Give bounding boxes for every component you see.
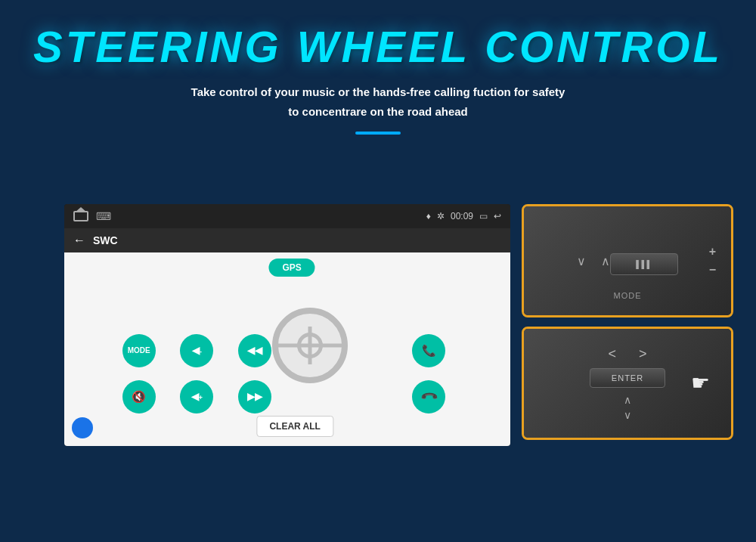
wheel-rim — [272, 308, 348, 383]
car-btn-group-top: ▌▌▌ — [610, 253, 678, 275]
mute-button[interactable]: 🔇 — [122, 380, 156, 413]
cursor-icon: ☛ — [691, 370, 710, 395]
vol-up-button[interactable]: ◀+ — [180, 380, 213, 413]
car-panel-top: ∨ ∧ ▌▌▌ + − MODE — [524, 206, 731, 315]
gps-status-icon: ♦ — [426, 211, 431, 221]
plus-icon: + — [709, 245, 716, 259]
phone-answer-button[interactable]: 📞 — [412, 334, 445, 367]
clear-all-button[interactable]: CLEAR ALL — [256, 416, 333, 437]
vol-down-button[interactable]: ◀- — [180, 334, 213, 367]
back-button[interactable]: ← — [73, 234, 85, 247]
photo-panel-top: ∨ ∧ ▌▌▌ + − MODE — [522, 204, 733, 317]
nav-left-icon: < — [608, 346, 616, 362]
swc-content: GPS MODE ◀- ◀◀ 📞 🔇 ◀+ ▶▶ — [64, 252, 510, 446]
nav-right-icon: > — [639, 346, 647, 362]
back-icon: ↩ — [494, 211, 501, 221]
car-nav-group: < > ENTER ∧ ∨ — [590, 346, 665, 421]
mode-button[interactable]: MODE — [122, 334, 156, 367]
blue-indicator — [72, 417, 93, 438]
minus-icon: − — [709, 263, 716, 277]
subtitle: Take control of your music or the hands-… — [0, 82, 756, 121]
photo-panel-bottom: < > ENTER ∧ ∨ ☛ — [522, 327, 733, 440]
status-left: ⌨ — [73, 210, 111, 222]
home-icon — [73, 211, 88, 221]
gps-button[interactable]: GPS — [268, 259, 314, 277]
nav-title: SWC — [93, 234, 118, 246]
main-title: STEERING WHEEL CONTROL — [0, 21, 756, 72]
android-screen: ⌨ ♦ ✲ 00:09 ▭ ↩ ← SWC GPS MODE ◀- — [64, 204, 510, 446]
phone-end-button[interactable]: 📞 — [412, 380, 445, 413]
bar-icon: ▌▌▌ — [636, 260, 652, 268]
prev-button[interactable]: ◀◀ — [238, 334, 271, 367]
car-top-arrows: ∨ ∧ — [577, 254, 610, 268]
nav-down-icon: ∨ — [624, 409, 631, 421]
bluetooth-icon: ✲ — [437, 211, 445, 221]
next-button[interactable]: ▶▶ — [238, 380, 271, 413]
car-up-down: ∧ ∨ — [624, 394, 631, 421]
arrow-down-icon: ∨ — [577, 254, 586, 268]
car-plus-minus: + − — [709, 245, 716, 277]
usb-icon: ⌨ — [96, 210, 111, 222]
header-section: STEERING WHEEL CONTROL Take control of y… — [0, 0, 756, 135]
divider — [355, 132, 401, 135]
car-nav-arrows: < > — [608, 346, 646, 362]
car-display-btn: ▌▌▌ — [610, 253, 678, 275]
steering-wheel-graphic — [272, 308, 348, 383]
nav-up-icon: ∧ — [624, 394, 631, 406]
clock: 00:09 — [451, 211, 473, 221]
arrow-up-icon: ∧ — [601, 254, 610, 268]
car-panel-bottom: < > ENTER ∧ ∨ ☛ — [524, 329, 731, 438]
battery-icon: ▭ — [479, 211, 488, 221]
status-right: ♦ ✲ 00:09 ▭ ↩ — [426, 211, 501, 221]
enter-button: ENTER — [590, 368, 665, 388]
nav-bar: ← SWC — [64, 228, 510, 252]
status-bar: ⌨ ♦ ✲ 00:09 ▭ ↩ — [64, 204, 510, 228]
mode-label: MODE — [614, 291, 642, 300]
wheel-spoke-v — [308, 327, 312, 364]
